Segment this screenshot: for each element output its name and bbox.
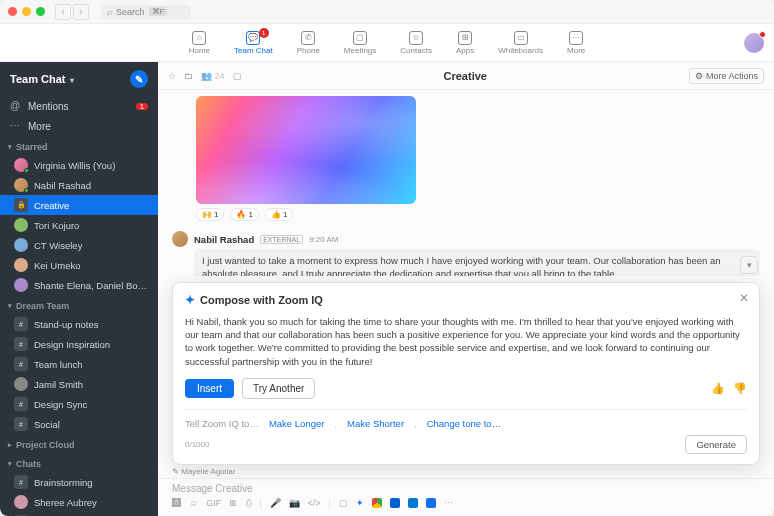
sidebar-item-nabil[interactable]: Nabil Rashad [0, 175, 158, 195]
top-nav: ⌂Home 💬Team Chat1 ✆Phone ▢Meetings ☺Cont… [0, 24, 774, 62]
sidebar-mentions[interactable]: @ Mentions 1 [0, 96, 158, 116]
thumbs-down-icon[interactable]: 👎 [733, 382, 747, 395]
change-tone-link[interactable]: Change tone to… [427, 418, 501, 429]
global-search[interactable]: ⌕ Search ⌘F [101, 5, 191, 19]
sparkle-icon: ✦ [185, 293, 195, 307]
nav-forward[interactable]: › [73, 4, 89, 20]
box-icon[interactable] [390, 498, 400, 508]
reaction[interactable]: 🙌1 [196, 208, 224, 221]
generated-text: Hi Nabil, thank you so much for taking t… [185, 315, 747, 368]
more-actions-button[interactable]: ⚙ More Actions [689, 68, 764, 84]
folder-icon[interactable]: 🗀 [184, 71, 193, 81]
section-starred[interactable]: ▾Starred [0, 136, 158, 155]
image-attachment[interactable] [196, 96, 416, 204]
nav-apps[interactable]: ⊞Apps [456, 31, 474, 55]
message-header: Nabil Rashad EXTERNAL 9:20 AM [172, 231, 760, 247]
home-icon: ⌂ [192, 31, 206, 45]
nav-phone[interactable]: ✆Phone [297, 31, 320, 55]
reaction[interactable]: 👍1 [265, 208, 293, 221]
phone-icon: ✆ [301, 31, 315, 45]
sidebar-item-sheree[interactable]: Sheree Aubrey [0, 492, 158, 512]
gear-icon: ⚙ [695, 71, 703, 81]
sidebar-item-creative[interactable]: 🔒Creative [0, 195, 158, 215]
sidebar-item-virginia[interactable]: Virginia Willis (You) [0, 155, 158, 175]
reaction[interactable]: 🔥1 [230, 208, 258, 221]
nav-whiteboards[interactable]: ▭Whiteboards [498, 31, 543, 55]
sidebar-item-jamil[interactable]: Jamil Smith [0, 374, 158, 394]
sidebar-more[interactable]: ⋯ More [0, 116, 158, 136]
section-project[interactable]: ▸Project Cloud [0, 434, 158, 453]
make-longer-link[interactable]: Make Longer [269, 418, 324, 429]
generate-button[interactable]: Generate [685, 435, 747, 454]
lock-icon: 🔒 [14, 198, 28, 212]
emoji-icon[interactable]: ☺ [189, 498, 198, 508]
thumbs-up-icon[interactable]: 👍 [711, 382, 725, 395]
members-icon[interactable]: 👥 24 [201, 71, 225, 81]
sidebar-item-design-insp[interactable]: #Design Inspiration [0, 334, 158, 354]
sidebar-item-lunch[interactable]: #Team lunch [0, 354, 158, 374]
nav-team-chat[interactable]: 💬Team Chat1 [234, 31, 273, 55]
author-avatar[interactable] [172, 231, 188, 247]
filter-button[interactable]: ▾ [740, 256, 758, 274]
sidebar-item-brainstorming[interactable]: #Brainstorming [0, 472, 158, 492]
char-count: 0/1000 [185, 440, 209, 449]
video-icon: ▢ [353, 31, 367, 45]
onedrive-icon[interactable] [408, 498, 418, 508]
audio-icon[interactable]: 🎤 [270, 498, 281, 508]
typing-indicator: ✎ Mayelle Aguilar [158, 465, 774, 478]
more-apps-icon[interactable]: ⋯ [444, 498, 453, 508]
nav-meetings[interactable]: ▢Meetings [344, 31, 376, 55]
file-icon[interactable]: 🗎 [229, 498, 238, 508]
message-body: I just wanted to take a moment to expres… [194, 249, 760, 276]
gdrive-icon[interactable] [372, 498, 382, 508]
author-name[interactable]: Nabil Rashad [194, 234, 254, 245]
try-another-button[interactable]: Try Another [242, 378, 315, 399]
video-rec-icon[interactable]: 📷 [289, 498, 300, 508]
nav-contacts[interactable]: ☺Contacts [400, 31, 432, 55]
more-icon: ⋯ [10, 120, 22, 132]
new-message-button[interactable]: ✎ [130, 70, 148, 88]
content: ☆ 🗀 👥 24 ▢ Creative ⚙ More Actions 🙌1 🔥1 [158, 62, 774, 516]
message-list: 🙌1 🔥1 👍1 Nabil Rashad EXTERNAL 9:20 AM I… [158, 90, 774, 276]
star-icon[interactable]: ☆ [168, 71, 176, 81]
nav-back[interactable]: ‹ [55, 4, 71, 20]
traffic-lights[interactable] [8, 7, 45, 16]
sidebar-item-design-sync[interactable]: #Design Sync [0, 394, 158, 414]
whiteboard-icon: ▭ [514, 31, 528, 45]
sidebar-item-design-syncs[interactable]: #Design syncs [0, 512, 158, 516]
sidebar: Team Chat ▾ ✎ @ Mentions 1 ⋯ More ▾Starr… [0, 62, 158, 516]
search-kbd: ⌘F [149, 7, 168, 16]
close-icon[interactable]: ✕ [739, 291, 749, 305]
code-icon[interactable]: </> [308, 498, 321, 508]
mac-titlebar: ‹› ⌕ Search ⌘F [0, 0, 774, 24]
nav-home[interactable]: ⌂Home [189, 31, 210, 55]
insert-button[interactable]: Insert [185, 379, 234, 398]
zoom-iq-panel: ✦ Compose with Zoom IQ ✕ Hi Nabil, thank… [172, 282, 760, 465]
sharepoint-icon[interactable] [426, 498, 436, 508]
sidebar-item-ct[interactable]: CT Wiseley [0, 235, 158, 255]
section-dream[interactable]: ▾Dream Team [0, 295, 158, 314]
contacts-icon: ☺ [409, 31, 423, 45]
make-shorter-link[interactable]: Make Shorter [347, 418, 404, 429]
chevron-down-icon[interactable]: ▾ [70, 76, 74, 85]
sparkle-icon[interactable]: ✦ [356, 498, 364, 508]
sidebar-item-social[interactable]: #Social [0, 414, 158, 434]
sidebar-item-kei[interactable]: Kei Umeko [0, 255, 158, 275]
message-input[interactable]: Message Creative [172, 483, 760, 494]
external-tag: EXTERNAL [260, 235, 303, 244]
screenshot-icon[interactable]: ⎙ [246, 498, 251, 508]
reactions: 🙌1 🔥1 👍1 [196, 208, 760, 221]
screen-icon[interactable]: ▢ [339, 498, 348, 508]
sidebar-item-tori[interactable]: Tori Kojuro [0, 215, 158, 235]
gif-button[interactable]: GIF [206, 498, 221, 508]
channel-title: Creative [252, 70, 679, 82]
profile-avatar[interactable] [744, 33, 764, 53]
sidebar-item-standup[interactable]: #Stand-up notes [0, 314, 158, 334]
more-icon: ⋯ [569, 31, 583, 45]
mentions-count: 1 [136, 103, 148, 110]
sidebar-item-shante[interactable]: Shante Elena, Daniel Bow… [0, 275, 158, 295]
section-chats[interactable]: ▾Chats [0, 453, 158, 472]
format-icon[interactable]: 🅰 [172, 498, 181, 508]
nav-more[interactable]: ⋯More [567, 31, 585, 55]
video-icon[interactable]: ▢ [233, 71, 242, 81]
